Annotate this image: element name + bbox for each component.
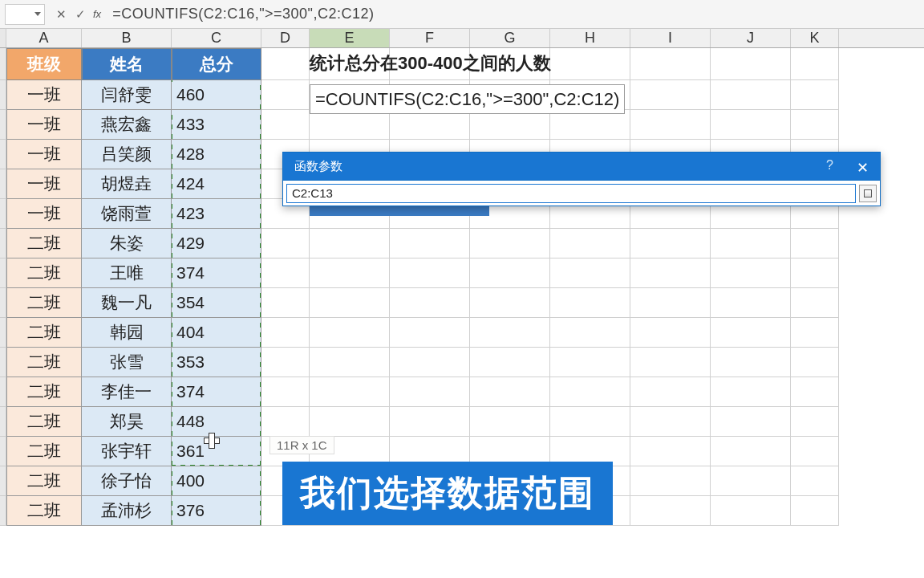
cell-empty[interactable] xyxy=(630,80,711,110)
cell-empty[interactable] xyxy=(791,80,839,110)
name-box[interactable] xyxy=(5,4,45,25)
col-header-B[interactable]: B xyxy=(82,29,172,47)
col-header-E[interactable]: E xyxy=(310,29,390,47)
col-header-D[interactable]: D xyxy=(261,29,310,47)
cell-empty[interactable] xyxy=(470,348,550,377)
cell-name[interactable]: 徐子怡 xyxy=(82,466,172,496)
cell-empty[interactable] xyxy=(261,110,310,140)
cell-name[interactable]: 朱姿 xyxy=(82,229,172,258)
cell-name[interactable]: 胡煜垚 xyxy=(82,169,172,199)
cell-empty[interactable] xyxy=(310,377,390,407)
cell-empty[interactable] xyxy=(390,318,470,348)
cell-empty[interactable] xyxy=(791,466,839,496)
cell-empty[interactable] xyxy=(261,318,310,348)
col-header-G[interactable]: G xyxy=(470,29,550,47)
cell-empty[interactable] xyxy=(470,229,550,258)
cell-empty[interactable] xyxy=(261,407,310,437)
cell-score[interactable]: 428 xyxy=(172,140,261,169)
cell-empty[interactable] xyxy=(791,288,839,318)
cell-empty[interactable] xyxy=(261,288,310,318)
cell-empty[interactable] xyxy=(711,348,791,377)
cell-empty[interactable] xyxy=(791,110,839,140)
cell-name[interactable]: 饶雨萱 xyxy=(82,199,172,229)
range-input[interactable] xyxy=(286,184,856,203)
cell-score[interactable]: 354 xyxy=(172,288,261,318)
cell-empty[interactable] xyxy=(390,348,470,377)
cell-empty[interactable] xyxy=(261,258,310,288)
fx-label[interactable]: fx xyxy=(90,8,104,20)
cell-empty[interactable] xyxy=(390,229,470,258)
header-class[interactable]: 班级 xyxy=(6,48,82,80)
cell-score[interactable]: 429 xyxy=(172,229,261,258)
cell-empty[interactable] xyxy=(390,110,470,140)
cell-name[interactable]: 燕宏鑫 xyxy=(82,110,172,140)
cell-score[interactable]: 448 xyxy=(172,407,261,437)
cell-empty[interactable] xyxy=(711,496,791,526)
cell-empty[interactable] xyxy=(390,258,470,288)
cell-empty[interactable] xyxy=(711,407,791,437)
cell-empty[interactable] xyxy=(711,288,791,318)
cell-score[interactable]: 374 xyxy=(172,258,261,288)
cell-score[interactable]: 400 xyxy=(172,466,261,496)
cell-empty[interactable] xyxy=(550,229,630,258)
cell-empty[interactable] xyxy=(711,377,791,407)
cell-name[interactable]: 闫舒雯 xyxy=(82,80,172,110)
cell-name[interactable]: 张雪 xyxy=(82,348,172,377)
cell-empty[interactable] xyxy=(711,437,791,466)
cell-empty[interactable] xyxy=(791,377,839,407)
collapse-dialog-button[interactable] xyxy=(859,185,877,202)
cell-empty[interactable] xyxy=(390,288,470,318)
cell-empty[interactable] xyxy=(310,318,390,348)
formula-input[interactable]: =COUNTIFS(C2:C16,">=300",C2:C12) xyxy=(112,6,374,22)
cell-empty[interactable] xyxy=(791,258,839,288)
col-header-K[interactable]: K xyxy=(791,29,839,47)
cell-empty[interactable] xyxy=(630,110,711,140)
cell-empty[interactable] xyxy=(550,377,630,407)
dialog-titlebar[interactable]: 函数参数 ? ✕ xyxy=(283,153,880,180)
cell-empty[interactable] xyxy=(630,229,711,258)
cell-empty[interactable] xyxy=(791,348,839,377)
cell-empty[interactable] xyxy=(711,318,791,348)
cell-empty[interactable] xyxy=(630,258,711,288)
cell-empty[interactable] xyxy=(711,229,791,258)
cell-empty[interactable] xyxy=(310,110,390,140)
cell-empty[interactable] xyxy=(711,466,791,496)
cell-empty[interactable] xyxy=(261,377,310,407)
cell-class[interactable]: 一班 xyxy=(6,80,82,110)
cell-score[interactable]: 374 xyxy=(172,377,261,407)
col-header-F[interactable]: F xyxy=(390,29,470,47)
cell-empty[interactable] xyxy=(390,407,470,437)
cell-class[interactable]: 二班 xyxy=(6,377,82,407)
cell-name[interactable]: 郑昊 xyxy=(82,407,172,437)
cell-score[interactable]: 433 xyxy=(172,110,261,140)
cell-empty[interactable] xyxy=(791,496,839,526)
cell-e2-formula[interactable]: =COUNTIFS(C2:C16,">=300",C2:C12) xyxy=(310,84,625,114)
cell-class[interactable]: 二班 xyxy=(6,496,82,526)
cell-name[interactable]: 李佳一 xyxy=(82,377,172,407)
cell-score[interactable]: 460 xyxy=(172,80,261,110)
cell-class[interactable]: 二班 xyxy=(6,288,82,318)
cell-class[interactable]: 二班 xyxy=(6,348,82,377)
col-header-A[interactable]: A xyxy=(6,29,82,47)
col-header-C[interactable]: C xyxy=(172,29,261,47)
cell-name[interactable]: 张宇轩 xyxy=(82,437,172,466)
cell-empty[interactable] xyxy=(791,407,839,437)
cell-empty[interactable] xyxy=(630,318,711,348)
cell-empty[interactable] xyxy=(470,288,550,318)
select-all-corner[interactable] xyxy=(0,29,6,47)
cell-empty[interactable] xyxy=(470,318,550,348)
title-text[interactable]: 统计总分在300-400之间的人数 xyxy=(310,51,551,75)
cell-class[interactable]: 一班 xyxy=(6,140,82,169)
cell-empty[interactable] xyxy=(791,229,839,258)
cell-empty[interactable] xyxy=(470,407,550,437)
cell-class[interactable]: 二班 xyxy=(6,318,82,348)
cell-class[interactable]: 二班 xyxy=(6,258,82,288)
cell-score[interactable]: 376 xyxy=(172,496,261,526)
cell-name[interactable]: 韩园 xyxy=(82,318,172,348)
cell-score[interactable]: 423 xyxy=(172,199,261,229)
cell-empty[interactable] xyxy=(470,377,550,407)
cell-empty[interactable] xyxy=(630,466,711,496)
cell-empty[interactable] xyxy=(630,377,711,407)
cell-class[interactable]: 二班 xyxy=(6,407,82,437)
cell-name[interactable]: 吕笑颜 xyxy=(82,140,172,169)
